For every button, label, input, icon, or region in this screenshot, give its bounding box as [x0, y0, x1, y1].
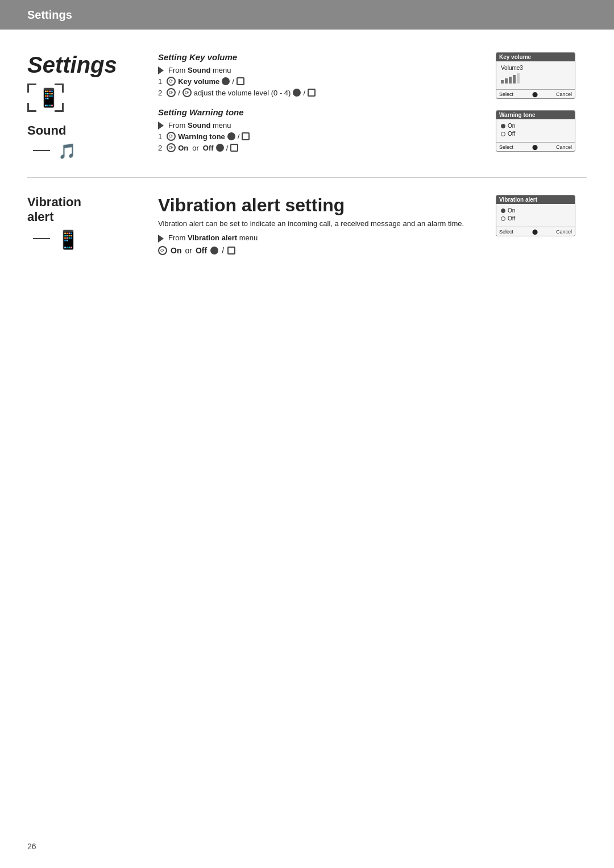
vibration-from: From Vibration alert menu	[158, 233, 484, 243]
kv-from-text: From Sound menu	[168, 66, 231, 74]
bracket-bl	[27, 103, 36, 112]
warning-tone-on-label: On	[508, 123, 515, 129]
vibration-screen-bottom: Select ⬤ Cancel	[496, 227, 575, 236]
wt-from-text: From Sound menu	[168, 121, 231, 130]
vol-bar-4	[513, 75, 516, 84]
volume-bars	[501, 73, 570, 84]
page-title: Settings	[27, 52, 141, 78]
vibration-icon-group: 📱	[33, 227, 141, 251]
step2-wt-off: Off	[203, 144, 214, 152]
key-volume-screen-title: Key volume	[496, 53, 575, 61]
nav-icon-wt2: ⟳	[167, 143, 176, 152]
vibration-middle-col: Vibration alert setting Vibration alert …	[141, 195, 496, 255]
vibration-off-label: Off	[508, 215, 515, 222]
key-volume-steps: 1 ⟳ Key volume / 2 ⟳ / ⟳ adjust the volu…	[158, 77, 484, 97]
vibration-screen-title: Vibration alert	[496, 195, 575, 204]
music-note-icon: 🎵	[58, 143, 76, 160]
vol-bar-5	[517, 73, 520, 84]
key-volume-value: Volume3	[501, 65, 570, 71]
btn-vib-circle	[210, 247, 218, 254]
bracket-tr	[55, 84, 64, 93]
top-section: Settings 📱 Sound 🎵	[27, 52, 587, 160]
warning-tone-screen-body: On Off	[496, 119, 575, 142]
section-divider	[27, 177, 587, 178]
key-volume-cancel: Cancel	[556, 91, 572, 97]
vib-radio-on	[501, 208, 505, 213]
vibration-title: Vibration alert	[27, 195, 141, 224]
btn-cancel-square	[237, 77, 244, 85]
vib-from-text: From Vibration alert menu	[168, 233, 258, 242]
header-title: Settings	[27, 9, 72, 22]
btn-wt2-square	[230, 144, 238, 152]
vibration-cancel: Cancel	[556, 229, 572, 235]
arrow-icon-wt	[158, 122, 164, 130]
warning-tone-off-option: Off	[501, 131, 570, 137]
vib-off: Off	[196, 246, 207, 255]
bracket-br	[55, 103, 64, 112]
radio-off	[501, 132, 505, 136]
warning-tone-screen-bottom: Select ⬤ Cancel	[496, 142, 575, 151]
wt-dot: ⬤	[532, 144, 538, 150]
sound-label: Sound	[27, 123, 141, 138]
btn-cancel-square-2	[308, 89, 316, 97]
kv-dot: ⬤	[532, 91, 538, 97]
vol-bar-2	[505, 78, 508, 84]
left-sidebar: Settings 📱 Sound 🎵	[27, 52, 141, 160]
vibration-section: Vibration alert 📱 Vibration alert settin…	[27, 195, 587, 255]
step-1-kv: 1 ⟳ Key volume /	[158, 77, 484, 86]
btn-wt-square	[242, 132, 250, 140]
vibration-description: Vibration alert can be set to indicate a…	[158, 219, 484, 228]
page-number: 26	[27, 842, 36, 851]
vib-dot: ⬤	[532, 229, 538, 235]
nav-icon-2: ⟳	[167, 88, 176, 97]
btn-select-circle	[222, 77, 230, 85]
btn-select-circle-2	[293, 89, 301, 97]
middle-col: Setting Key volume From Sound menu 1 ⟳ K…	[141, 52, 496, 160]
arrow-icon-kv	[158, 66, 164, 74]
bracket-tl	[27, 84, 36, 93]
nav-icon-3: ⟳	[182, 88, 192, 97]
connector-line-sound	[33, 145, 50, 156]
vib-on: On	[171, 246, 181, 255]
nav-icon-1: ⟳	[167, 77, 176, 86]
vibration-step: ⟳ On or Off /	[158, 246, 484, 255]
step2-wt-or: or	[192, 144, 199, 152]
sound-block: Sound 🎵	[27, 123, 141, 160]
header-bar: Settings	[0, 0, 614, 30]
nav-icon-vib: ⟳	[158, 246, 167, 255]
radio-on-selected	[501, 124, 505, 128]
vibration-left-sidebar: Vibration alert 📱	[27, 195, 141, 255]
phone-screen-key-volume: Key volume Volume3 Select ⬤ Cancel	[496, 52, 575, 99]
vib-radio-off	[501, 216, 505, 221]
step1-label: Key volume	[178, 77, 219, 86]
warning-tone-from: From Sound menu	[158, 120, 484, 130]
vibration-on-label: On	[508, 207, 515, 214]
key-volume-from: From Sound menu	[158, 65, 484, 74]
step-2-wt: 2 ⟳ On or Off /	[158, 143, 484, 152]
warning-tone-off-label: Off	[508, 131, 515, 137]
right-col-sound: Key volume Volume3 Select ⬤ Cancel	[496, 52, 587, 160]
warning-tone-heading: Setting Warning tone	[158, 107, 484, 117]
setting-warning-tone: Setting Warning tone From Sound menu 1 ⟳…	[158, 107, 484, 152]
setting-key-volume: Setting Key volume From Sound menu 1 ⟳ K…	[158, 52, 484, 97]
nav-icon-wt1: ⟳	[167, 132, 176, 141]
warning-tone-select: Select	[499, 144, 513, 150]
arrow-icon-vib	[158, 235, 164, 243]
vibration-off-option: Off	[501, 215, 570, 222]
connector-line-vib	[33, 233, 50, 244]
btn-wt-circle	[227, 132, 235, 140]
warning-tone-steps: 1 ⟳ Warning tone / 2 ⟳ On or Off	[158, 132, 484, 152]
vib-or: or	[185, 246, 192, 255]
vibration-on-option: On	[501, 207, 570, 214]
btn-vib-square	[227, 247, 235, 254]
step2-wt-on: On	[178, 144, 188, 152]
key-volume-screen-bottom: Select ⬤ Cancel	[496, 89, 575, 98]
step-2-kv: 2 ⟳ / ⟳ adjust the volume level (0 - 4) …	[158, 88, 484, 97]
key-volume-select: Select	[499, 91, 513, 97]
vibration-screen-body: On Off	[496, 204, 575, 227]
vol-bar-1	[501, 80, 504, 84]
settings-title-block: Settings 📱	[27, 52, 141, 112]
vibration-select: Select	[499, 229, 513, 235]
warning-tone-cancel: Cancel	[556, 144, 572, 150]
phone-screen-vibration-alert: Vibration alert On Off Select ⬤ Cancel	[496, 195, 575, 236]
